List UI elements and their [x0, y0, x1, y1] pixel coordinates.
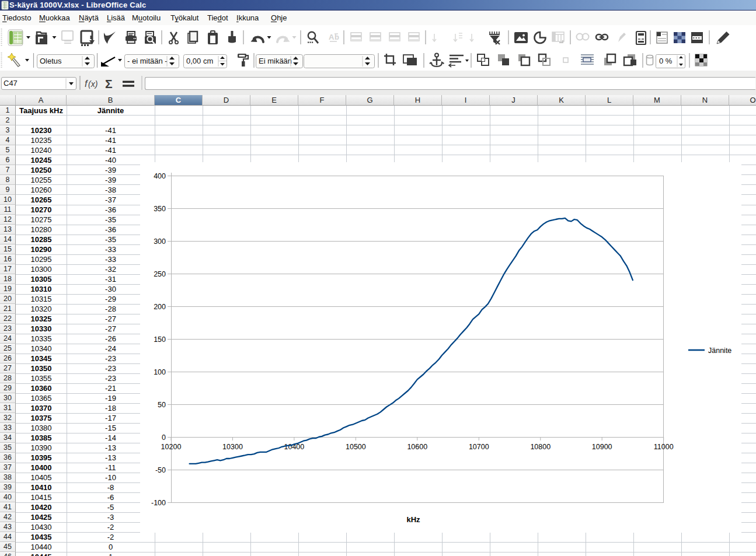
svg-text:10200: 10200 [161, 443, 182, 451]
svg-text:250: 250 [154, 270, 166, 278]
svg-text:50: 50 [158, 401, 166, 409]
svg-text:-100: -100 [151, 499, 166, 507]
svg-text:10700: 10700 [469, 443, 489, 451]
svg-text:10300: 10300 [222, 443, 243, 451]
svg-text:11000: 11000 [654, 443, 674, 451]
svg-text:300: 300 [154, 237, 166, 246]
svg-text:150: 150 [154, 335, 166, 344]
svg-text:- ei mitään -: - ei mitään - [127, 57, 168, 65]
svg-text:Σ: Σ [105, 77, 113, 90]
svg-text:(x): (x) [88, 79, 97, 89]
svg-text:-50: -50 [155, 466, 166, 474]
svg-text:10900: 10900 [592, 443, 612, 451]
svg-text:0 %: 0 % [659, 57, 673, 65]
svg-text:Ei mikään: Ei mikään [259, 57, 292, 65]
svg-text:0: 0 [162, 433, 166, 442]
svg-text:Jännite: Jännite [708, 347, 731, 355]
svg-text:kHz: kHz [406, 515, 420, 524]
svg-text:10600: 10600 [407, 443, 427, 451]
svg-text:200: 200 [154, 303, 166, 311]
svg-text:350: 350 [154, 205, 166, 213]
svg-text:10500: 10500 [346, 443, 366, 451]
svg-text:10800: 10800 [530, 443, 551, 451]
svg-text:100: 100 [154, 368, 166, 376]
svg-text:0,00 cm: 0,00 cm [186, 57, 213, 65]
svg-text:Oletus: Oletus [40, 57, 62, 65]
svg-text:400: 400 [154, 172, 166, 180]
svg-text:A: A [329, 33, 335, 41]
